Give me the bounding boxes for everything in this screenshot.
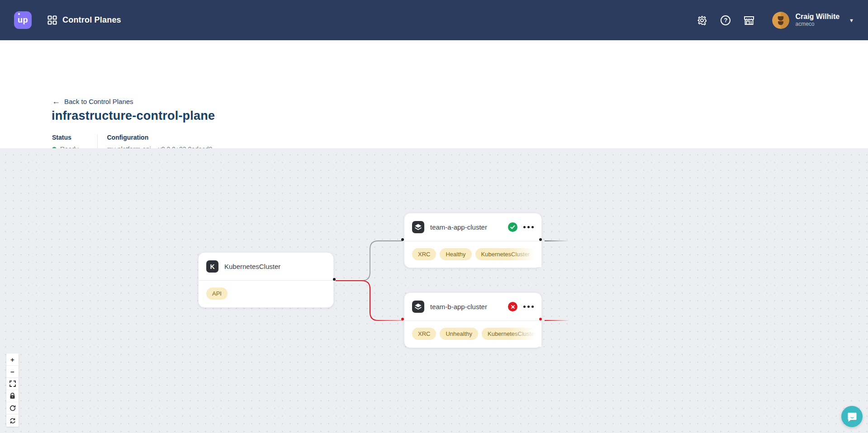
node-options-menu[interactable] [523, 226, 534, 228]
badge-fade-overlay [509, 321, 541, 347]
lock-button[interactable] [6, 390, 19, 402]
node-title: KubernetesCluster [224, 263, 280, 270]
canvas-controls: + − [6, 353, 19, 427]
user-avatar [772, 12, 789, 29]
edge-kubernetescluster-to-team-b [336, 281, 403, 320]
node-title: team-b-app-cluster [430, 303, 487, 311]
reset-rotate-button[interactable] [6, 402, 19, 414]
node-title: team-a-app-cluster [430, 223, 487, 231]
user-name: Craig Wilhite [795, 13, 840, 21]
handle-kubernetescluster-source[interactable] [333, 278, 336, 281]
marketplace-storefront-icon[interactable] [740, 12, 758, 29]
badge-xrc: XRC [412, 328, 436, 340]
node-team-b-app-cluster[interactable]: team-b-app-cluster XRC Unhealthy Kuberne… [404, 292, 542, 348]
handle-team-a-target[interactable] [401, 238, 404, 241]
logo-text: up [18, 15, 28, 25]
healthy-check-icon [508, 222, 517, 232]
chat-launcher-button[interactable] [841, 406, 863, 427]
user-org: acmeco [795, 21, 840, 28]
handle-team-b-source[interactable] [539, 318, 542, 320]
badge-unhealthy: Unhealthy [440, 328, 478, 340]
zoom-in-button[interactable]: + [6, 353, 19, 366]
chevron-down-icon: ▼ [849, 18, 854, 23]
handle-team-a-source[interactable] [539, 238, 542, 241]
kubernetes-letter-icon: K [206, 260, 218, 273]
badge-xrc: XRC [412, 248, 436, 260]
badge-healthy: Healthy [440, 248, 471, 260]
apps-grid-icon[interactable] [47, 15, 57, 25]
settings-gear-icon[interactable] [693, 12, 711, 29]
user-menu[interactable]: Craig Wilhite acmeco ▼ [772, 12, 854, 29]
node-team-a-app-cluster[interactable]: team-a-app-cluster XRC Healthy Kubernete… [404, 213, 542, 268]
handle-team-b-target[interactable] [401, 318, 404, 320]
page-header: ← Back to Control Planes infrastructure-… [0, 40, 868, 148]
layers-icon [412, 221, 424, 233]
help-question-mark: ? [721, 15, 730, 25]
upbound-logo[interactable]: up [14, 11, 32, 29]
configuration-label: Configuration [107, 134, 212, 141]
refresh-sync-button[interactable] [6, 414, 19, 427]
node-kubernetescluster[interactable]: K KubernetesCluster API [198, 252, 334, 308]
status-label: Status [52, 134, 78, 141]
unhealthy-x-icon [508, 302, 517, 311]
badge-fade-overlay [509, 241, 541, 267]
resource-graph-canvas[interactable]: K KubernetesCluster API team-a-app-clust… [0, 148, 868, 433]
app-title: Control Planes [62, 15, 121, 25]
node-options-menu[interactable] [523, 306, 534, 308]
back-link-label: Back to Control Planes [64, 98, 133, 105]
badge-api: API [206, 287, 228, 300]
page-title: infrastructure-control-plane [52, 109, 215, 123]
zoom-out-button[interactable]: − [6, 366, 19, 378]
layers-icon [412, 301, 424, 313]
edge-kubernetescluster-to-team-a [336, 241, 403, 281]
fit-view-button[interactable] [6, 378, 19, 390]
graph-edges [0, 148, 868, 433]
top-navigation-bar: up Control Planes ? [0, 0, 868, 40]
back-to-control-planes-link[interactable]: ← Back to Control Planes [52, 97, 133, 105]
help-icon[interactable]: ? [717, 12, 734, 29]
back-arrow-icon: ← [52, 97, 60, 105]
